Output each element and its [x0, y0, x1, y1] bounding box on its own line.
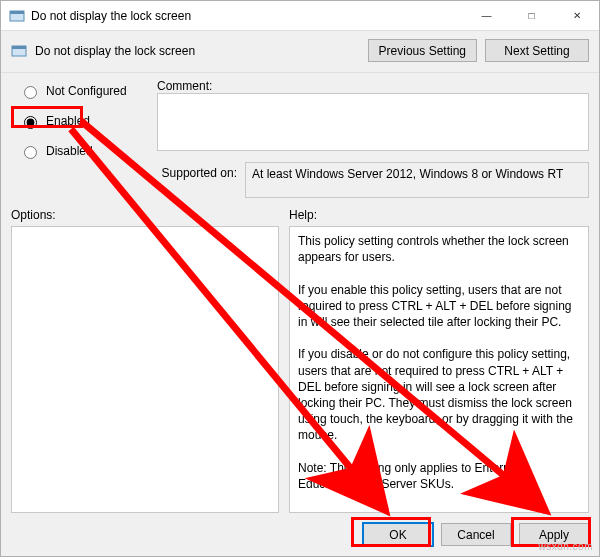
supported-row: Supported on: At least Windows Server 20…: [157, 162, 589, 198]
header-title: Do not display the lock screen: [35, 44, 360, 58]
comment-row: Comment:: [157, 79, 589, 154]
close-button[interactable]: ✕: [554, 1, 599, 31]
radio-disabled-input[interactable]: [24, 146, 37, 159]
next-setting-button[interactable]: Next Setting: [485, 39, 589, 62]
svg-rect-1: [10, 11, 24, 14]
header: Do not display the lock screen Previous …: [1, 31, 599, 70]
radio-enabled-input[interactable]: [24, 116, 37, 129]
watermark: wsxdn.com: [538, 541, 593, 552]
radio-enabled[interactable]: Enabled: [19, 113, 149, 129]
radio-label: Enabled: [46, 114, 90, 128]
comment-label: Comment:: [157, 79, 212, 93]
radio-disabled[interactable]: Disabled: [19, 143, 149, 159]
state-area: Not Configured Enabled Disabled Comment:…: [1, 73, 599, 202]
minimize-button[interactable]: —: [464, 1, 509, 31]
options-column: Options:: [11, 208, 279, 513]
ok-button[interactable]: OK: [363, 523, 433, 546]
supported-label: Supported on:: [157, 162, 237, 198]
maximize-button[interactable]: □: [509, 1, 554, 31]
options-box: [11, 226, 279, 513]
state-radios: Not Configured Enabled Disabled: [19, 79, 149, 159]
cancel-button[interactable]: Cancel: [441, 523, 511, 546]
radio-not-configured-input[interactable]: [24, 86, 37, 99]
help-label: Help:: [289, 208, 589, 222]
dialog-window: Do not display the lock screen — □ ✕ Do …: [0, 0, 600, 557]
dialog-buttons: OK Cancel Apply: [1, 513, 599, 556]
right-stack: Comment: Supported on: At least Windows …: [157, 79, 589, 198]
help-column: Help: This policy setting controls wheth…: [289, 208, 589, 513]
columns: Options: Help: This policy setting contr…: [1, 202, 599, 513]
comment-input[interactable]: [157, 93, 589, 151]
help-text: This policy setting controls whether the…: [289, 226, 589, 513]
supported-on-text: At least Windows Server 2012, Windows 8 …: [245, 162, 589, 198]
radio-label: Disabled: [46, 144, 93, 158]
radio-label: Not Configured: [46, 84, 127, 98]
titlebar: Do not display the lock screen — □ ✕: [1, 1, 599, 31]
window-title: Do not display the lock screen: [31, 9, 191, 23]
previous-setting-button[interactable]: Previous Setting: [368, 39, 477, 62]
options-label: Options:: [11, 208, 279, 222]
radio-not-configured[interactable]: Not Configured: [19, 83, 149, 99]
svg-rect-3: [12, 46, 26, 49]
policy-icon: [9, 8, 25, 24]
policy-icon: [11, 43, 27, 59]
